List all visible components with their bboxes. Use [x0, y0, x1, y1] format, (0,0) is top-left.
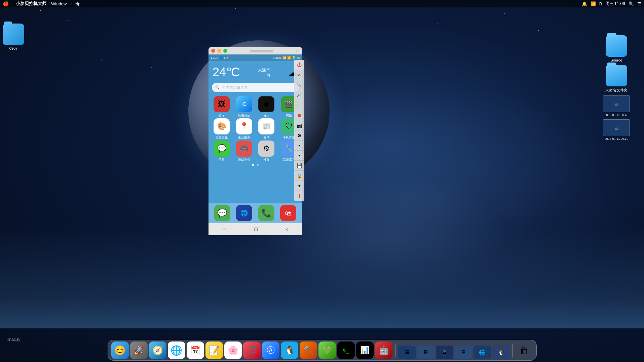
toolbar-record2-btn[interactable]: ●	[294, 140, 304, 151]
toolbar-storage-btn[interactable]: 💾	[294, 161, 304, 171]
toolbar-zoomin-btn[interactable]: 🔍	[294, 80, 304, 90]
weather-right: 大连市 阴	[258, 67, 270, 78]
app-label-settings: 设置	[263, 158, 269, 162]
app-games[interactable]: 🎮 游戏中心	[234, 140, 254, 162]
dock-safari[interactable]: 🧭	[149, 341, 166, 359]
dock-preview-5[interactable]: 🌐	[473, 346, 491, 359]
desktop-icon-source[interactable]: Source	[606, 35, 627, 62]
toolbar-record-btn[interactable]: ⏺	[294, 110, 304, 120]
dock-wechat[interactable]: 💬	[214, 205, 230, 221]
page-dots	[211, 163, 300, 167]
toolbar-info-btn[interactable]: ℹ	[294, 191, 304, 201]
dock-robot[interactable]: 🤖	[375, 341, 392, 359]
screenshot-thumb-2: 📺	[603, 119, 630, 136]
phone-search-bar[interactable]: 🔍 全国重点镇名单	[212, 83, 299, 92]
dock-calendar[interactable]: 📅	[187, 341, 204, 359]
dock-taobao[interactable]: 🛍	[280, 205, 296, 221]
app-news[interactable]: 📰 资讯	[257, 118, 276, 140]
dock-separator-2	[513, 344, 513, 357]
dock-notes[interactable]: 📝	[205, 341, 223, 359]
dock-chrome[interactable]: 🌐	[168, 341, 185, 359]
dock-launchpad[interactable]: 🚀	[130, 341, 148, 359]
dock-jade[interactable]: 💚	[318, 341, 336, 359]
app-icon-appstore: ⟲	[236, 96, 252, 112]
app-messages[interactable]: 💬 信息	[212, 140, 231, 162]
app-gallery[interactable]: 🖼 图库	[212, 96, 231, 118]
menubar: 🍎 小萝贝控机大师 Window Help 🔔 📶 B 周三11:09 🔍 ☰	[0, 0, 644, 7]
notification-icon[interactable]: 🔔	[582, 1, 587, 6]
apple-menu[interactable]: 🍎	[3, 1, 9, 7]
desktop-icon-0907[interactable]: 0907	[3, 24, 24, 50]
spotlight-icon[interactable]: 🔍	[629, 1, 634, 6]
imacly-label: imac.ly	[7, 337, 20, 342]
navbar-menu-btn[interactable]: ≡	[223, 226, 226, 232]
app-name[interactable]: 小萝贝控机大师	[16, 1, 46, 7]
app-row-2: 🎨 主题美化 📍 生活服务 📰 资讯	[211, 118, 300, 140]
toolbar-screenshot-btn[interactable]: 📷	[294, 120, 304, 130]
app-label-security: 手机管家	[283, 135, 295, 140]
dock-preview-4[interactable]: 🖥	[455, 346, 472, 359]
dock-appstore[interactable]: Ⓐ	[262, 341, 279, 359]
toolbar-star-btn[interactable]: ✦	[294, 181, 304, 191]
desktop-icon-unnamed[interactable]: 未命名文件夹	[605, 65, 628, 93]
dock-preview-1[interactable]: 🖥	[398, 346, 416, 359]
app-label-appstore: 应用商店	[238, 113, 250, 118]
statusbar-left: 11:09 👤 ↕ ✕	[211, 56, 229, 59]
statusbar-battery: 🔋	[292, 56, 296, 59]
app-icon-music: ⏺	[258, 96, 274, 112]
app-icon-gallery: 🖼	[214, 96, 230, 112]
app-appstore[interactable]: ⟲ 应用商店	[234, 96, 254, 118]
weather-temp: 24℃	[213, 65, 239, 79]
app-label-video: 视频	[286, 113, 292, 118]
menu-window[interactable]: Window	[51, 1, 67, 6]
toolbar-lock-btn[interactable]: 🔒	[294, 171, 304, 181]
app-icon-theme: 🎨	[214, 118, 230, 134]
dock-photos[interactable]: 🌸	[224, 341, 242, 359]
app-row-1: 🖼 图库 ⟲ 应用商店 ⏺ 音乐	[211, 96, 300, 118]
notification-center-icon[interactable]: ☰	[637, 1, 641, 6]
app-icon-news: 📰	[258, 118, 274, 134]
dock-preview-2[interactable]: 🖥	[417, 346, 434, 359]
dock-preview-3[interactable]: 📱	[436, 346, 453, 359]
titlebar-center	[229, 48, 294, 54]
window-min-btn[interactable]	[217, 49, 221, 53]
window-close-btn[interactable]	[211, 49, 215, 53]
dock-browser[interactable]: 🌐	[236, 205, 252, 221]
dock-music[interactable]: 🎵	[243, 341, 261, 359]
toolbar-power-btn[interactable]: ⏻	[294, 60, 304, 70]
dot-1	[252, 164, 254, 166]
window-max-btn[interactable]	[223, 49, 227, 53]
dock-preview-6[interactable]: 🐧	[492, 346, 510, 359]
dock-finder[interactable]: 😊	[111, 341, 129, 359]
screenshot-file-2[interactable]: 📺 2016-0...11.09.10	[603, 119, 630, 140]
toolbar-select-btn[interactable]: ⬚	[294, 100, 304, 110]
titlebar-expand[interactable]: ⤢	[296, 48, 299, 53]
app-theme[interactable]: 🎨 主题美化	[212, 118, 231, 140]
dock-xcode[interactable]: 🔨	[300, 341, 317, 359]
phone-dock: 💬 🌐 📞 🛍	[209, 203, 302, 223]
dock-trash[interactable]: 🗑	[516, 341, 533, 359]
screenshot-file-1[interactable]: 📺 2016-0...11.00.46	[603, 95, 630, 117]
dock-qq[interactable]: 🐧	[281, 341, 298, 359]
dock-terminal[interactable]: $_	[337, 341, 355, 359]
dock-activity[interactable]: 📊	[356, 341, 374, 359]
toolbar-zoomout-btn[interactable]: 🔎	[294, 90, 304, 100]
folder-icon-0907	[3, 24, 24, 45]
app-settings[interactable]: ⚙ 设置	[257, 140, 276, 162]
app-life[interactable]: 📍 生活服务	[234, 118, 254, 140]
app-label-theme: 主题美化	[216, 135, 228, 140]
toolbar-circle-btn[interactable]: ○	[294, 70, 304, 80]
menu-help[interactable]: Help	[71, 1, 80, 6]
dock-phone[interactable]: 📞	[258, 205, 274, 221]
navbar-back-btn[interactable]: ‹	[286, 226, 288, 232]
navbar-home-btn[interactable]: □	[254, 226, 258, 232]
toolbar-settings-btn[interactable]: ⚙	[294, 130, 304, 140]
app-label-tools: 系统工具	[283, 158, 295, 162]
wifi-icon[interactable]: 📶	[591, 1, 596, 6]
app-icon-life: 📍	[236, 118, 252, 134]
statusbar-wifi: 📶	[282, 56, 286, 59]
app-icon-messages: 💬	[214, 140, 230, 157]
app-music[interactable]: ⏺ 音乐	[257, 96, 276, 118]
app-label-messages: 信息	[219, 158, 225, 162]
toolbar-record3-btn[interactable]: ●	[294, 151, 304, 161]
